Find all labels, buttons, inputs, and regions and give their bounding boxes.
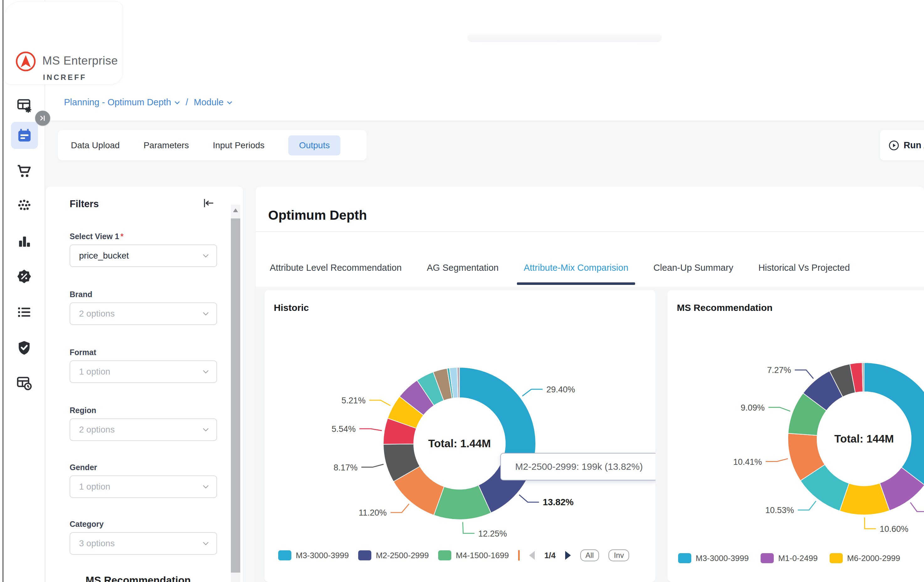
ms-recommendation-donut-chart[interactable]: 10.60%10.53%10.41%9.09%7.27%Total: 144M xyxy=(667,290,924,582)
filter-brand-label: Brand xyxy=(69,290,217,299)
legend-item[interactable]: M6-2000-2999 xyxy=(830,553,900,563)
sidebar-item-table-history[interactable] xyxy=(3,375,45,391)
scrollbar-thumb[interactable] xyxy=(231,219,240,572)
expand-right-icon xyxy=(39,114,47,122)
historic-chart-card: Historic 29.40%13.82%12.25%11.20%8.17%5.… xyxy=(264,290,655,582)
ms-recommendation-chart-card: MS Recommendation 10.60%10.53%10.41%9.09… xyxy=(667,290,924,582)
donut-slice[interactable] xyxy=(864,363,924,485)
legend-inv-button[interactable]: Inv xyxy=(609,549,629,561)
legend-all-button[interactable]: All xyxy=(580,549,599,561)
slice-percent-label: 8.17% xyxy=(334,463,358,472)
historic-donut-chart[interactable]: 29.40%13.82%12.25%11.20%8.17%5.54%5.21%T… xyxy=(264,290,655,582)
outputs-panel: Optimum Depth Attribute Level Recommenda… xyxy=(256,186,924,582)
donut-slice[interactable] xyxy=(459,367,536,464)
filters-title: Filters xyxy=(69,198,99,210)
chart-title-ms-recommendation: MS Recommendation xyxy=(677,303,772,313)
legend-swatch xyxy=(358,550,371,561)
label-leader-line xyxy=(865,518,876,529)
slice-percent-label: 11.20% xyxy=(359,508,387,518)
legend-item[interactable]: M3-3000-3999 xyxy=(278,550,349,561)
slice-percent-label: 10.60% xyxy=(880,524,909,534)
filter-region-label: Region xyxy=(69,406,217,415)
region-dropdown[interactable]: 2 options xyxy=(69,418,217,441)
tab-clean-up-summary[interactable]: Clean-Up Summary xyxy=(653,263,733,273)
sidebar-item-table-settings[interactable] xyxy=(3,97,45,113)
sidebar-item-cluster-dots[interactable] xyxy=(3,197,45,214)
brand-logo-icon xyxy=(15,51,36,72)
tab-input-periods[interactable]: Input Periods xyxy=(213,140,264,150)
table-settings-icon xyxy=(16,97,32,113)
label-leader-line xyxy=(798,501,816,510)
format-dropdown[interactable]: 1 option xyxy=(69,360,217,383)
chart-tooltip: M2-2500-2999: 199k (13.82%) xyxy=(500,453,655,480)
sidebar-item-cart[interactable] xyxy=(3,163,45,179)
sidebar-item-bar-chart[interactable] xyxy=(3,233,45,250)
format-value: 1 option xyxy=(79,367,111,377)
label-leader-line xyxy=(769,408,790,411)
sidebar-item-planning-calendar-active[interactable] xyxy=(11,122,38,149)
chevron-down-icon xyxy=(203,485,209,489)
tab-historical-vs-projected[interactable]: Historical Vs Projected xyxy=(758,263,850,273)
chevron-down-icon xyxy=(203,254,209,258)
legend-item[interactable]: M4-1500-1699 xyxy=(438,550,509,561)
tab-parameters[interactable]: Parameters xyxy=(144,140,189,150)
label-leader-line xyxy=(463,522,475,533)
legend-swatch xyxy=(438,550,451,561)
historic-legend: M3-3000-3999 M2-2500-2999 M4-1500-1699 1… xyxy=(264,549,655,561)
chevron-down-icon xyxy=(174,100,180,104)
tab-attribute-mix-comparision[interactable]: Attribute-Mix Comparision xyxy=(524,263,629,273)
bar-chart-icon xyxy=(16,233,32,250)
legend-item[interactable]: M2-2500-2999 xyxy=(358,550,429,561)
category-dropdown[interactable]: 3 options xyxy=(69,532,217,555)
charts-area: Historic 29.40%13.82%12.25%11.20%8.17%5.… xyxy=(256,287,924,582)
chart-title-historic: Historic xyxy=(274,303,309,313)
tab-ag-segmentation[interactable]: AG Segmentation xyxy=(427,263,499,273)
clipped-section-heading: MS Recommendation xyxy=(46,574,231,582)
legend-next-page-icon[interactable] xyxy=(565,551,571,560)
filters-scrollbar[interactable] xyxy=(231,205,240,582)
slice-percent-label: 13.82% xyxy=(543,497,574,507)
label-leader-line xyxy=(519,495,539,502)
sidebar-item-shield-check[interactable] xyxy=(3,340,45,356)
slice-percent-label: 5.54% xyxy=(332,424,356,434)
legend-item[interactable]: M1-0-2499 xyxy=(761,553,818,563)
label-leader-line xyxy=(360,429,382,431)
sidebar-item-discount-badge[interactable] xyxy=(3,268,45,284)
legend-prev-page-icon[interactable] xyxy=(529,551,535,560)
legend-swatch xyxy=(678,553,691,563)
ms-recommendation-legend: M3-3000-3999 M1-0-2499 M6-2000-2999 xyxy=(667,553,924,563)
tab-outputs[interactable]: Outputs xyxy=(288,135,340,155)
label-leader-line xyxy=(391,504,409,513)
app-title: MS Enterprise xyxy=(42,54,118,67)
donut-total-label: Total: 144M xyxy=(834,432,894,445)
gender-dropdown[interactable]: 1 option xyxy=(69,475,217,498)
chevron-down-icon xyxy=(203,312,209,316)
category-value: 3 options xyxy=(79,538,115,549)
breadcrumb-module-group[interactable]: Planning - Optimum Depth xyxy=(64,97,180,107)
legend-swatch xyxy=(761,553,774,563)
filter-category-label: Category xyxy=(69,520,217,529)
tab-data-upload[interactable]: Data Upload xyxy=(71,140,120,150)
select-view-value: price_bucket xyxy=(79,251,129,261)
tab-attribute-level-recommendation[interactable]: Attribute Level Recommendation xyxy=(270,263,402,273)
app-window: Planning - Optimum Depth / Module xyxy=(0,0,924,582)
filters-collapse-button[interactable] xyxy=(203,198,215,210)
sidebar-item-list-menu[interactable] xyxy=(3,304,45,320)
gender-value: 1 option xyxy=(79,482,111,492)
legend-item[interactable]: M3-3000-3999 xyxy=(678,553,749,563)
legend-swatch xyxy=(830,553,843,563)
brand-dropdown[interactable]: 2 options xyxy=(69,303,217,325)
scroll-up-arrow-icon[interactable] xyxy=(233,209,238,212)
filter-format-label: Format xyxy=(69,348,217,357)
sidebar-expand-button[interactable] xyxy=(35,111,50,126)
chevron-down-icon xyxy=(203,370,209,374)
legend-page-indicator: 1/4 xyxy=(544,551,556,561)
filters-panel: Filters Select View 1* price_bucket Bran… xyxy=(46,186,243,582)
sidebar xyxy=(3,0,45,582)
breadcrumb-module[interactable]: Module xyxy=(194,97,233,107)
run-button-label: Run A xyxy=(904,140,924,150)
run-all-button[interactable]: Run A xyxy=(880,130,924,161)
select-view-dropdown[interactable]: price_bucket xyxy=(69,245,217,267)
breadcrumb-separator: / xyxy=(186,97,188,107)
donut-total-label: Total: 1.44M xyxy=(428,437,491,449)
